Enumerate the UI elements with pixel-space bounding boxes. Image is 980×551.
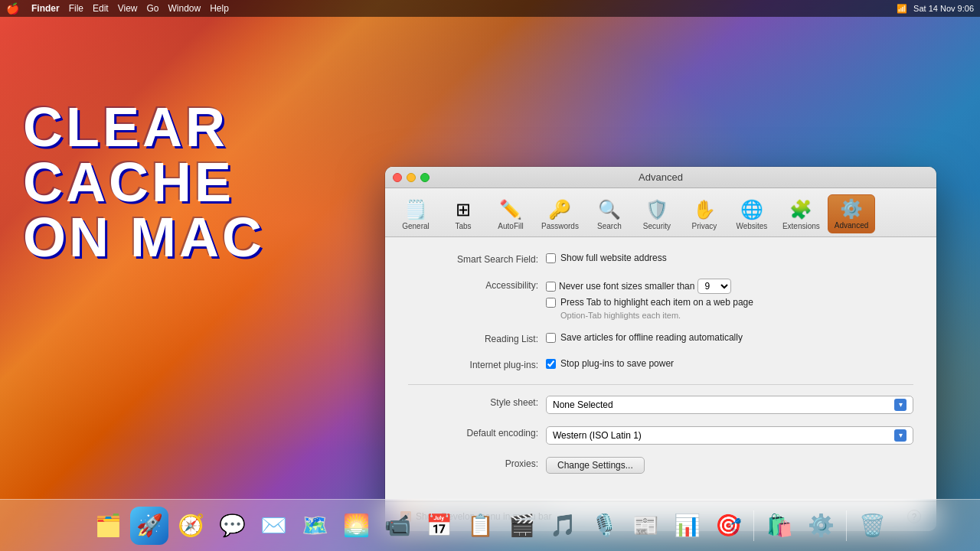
privacy-label: Privacy xyxy=(692,222,717,230)
internet-plugins-row: Internet plug-ins: Stop plug-ins to save… xyxy=(408,358,913,372)
encoding-control: Western (ISO Latin 1) ▾ xyxy=(546,426,913,445)
menubar-datetime: Sat 14 Nov 9:06 xyxy=(913,4,974,13)
title-line-3: ON MAC xyxy=(23,210,265,265)
menubar-window[interactable]: Window xyxy=(168,3,201,14)
menubar-wifi-icon: 📶 xyxy=(897,4,907,14)
tab-passwords[interactable]: 🔑 Passwords xyxy=(535,196,585,233)
smart-search-row: Smart Search Field: Show full website ad… xyxy=(408,253,913,266)
dock-maps[interactable]: 🗺️ xyxy=(296,507,334,545)
stylesheet-row: Style sheet: None Selected ▾ xyxy=(408,396,913,414)
advanced-label: Advanced xyxy=(835,221,868,230)
accessibility-tab-checkbox[interactable] xyxy=(546,298,556,308)
accessibility-fontsize-label: Never use font sizes smaller than xyxy=(559,281,694,292)
tabs-label: Tabs xyxy=(455,222,471,230)
search-icon: 🔍 xyxy=(598,199,621,220)
menubar-go[interactable]: Go xyxy=(147,3,159,14)
menubar-left: 🍎 Finder File Edit View Go Window Help xyxy=(6,2,229,15)
stylesheet-label: Style sheet: xyxy=(408,396,538,408)
toolbar: 🗒️ General ⊞ Tabs ✏️ AutoFill 🔑 Password… xyxy=(385,188,936,237)
security-label: Security xyxy=(643,222,671,230)
internet-plugins-checkbox[interactable] xyxy=(546,359,556,369)
passwords-label: Passwords xyxy=(541,222,579,230)
dock-mail[interactable]: ✉️ xyxy=(254,507,292,545)
prefs-content: Smart Search Field: Show full website ad… xyxy=(385,237,936,501)
stylesheet-value: None Selected xyxy=(553,399,613,410)
menubar-edit[interactable]: Edit xyxy=(93,3,109,14)
dock-appstore[interactable]: 🛍️ xyxy=(760,507,799,545)
extensions-label: Extensions xyxy=(782,222,820,230)
menubar-file[interactable]: File xyxy=(69,3,83,14)
privacy-icon: ✋ xyxy=(693,199,716,220)
smart-search-checkbox[interactable] xyxy=(546,253,556,263)
dock-appletv[interactable]: 🎬 xyxy=(502,507,541,545)
stylesheet-dropdown[interactable]: None Selected ▾ xyxy=(546,396,913,414)
proxies-row: Proxies: Change Settings... xyxy=(408,457,913,474)
accessibility-fontsize-checkbox[interactable] xyxy=(546,282,556,292)
dock-facetime[interactable]: 📹 xyxy=(378,507,416,545)
general-icon: 🗒️ xyxy=(404,199,427,220)
apple-menu[interactable]: 🍎 xyxy=(6,2,19,15)
tab-search[interactable]: 🔍 Search xyxy=(586,196,632,233)
dock-numbers[interactable]: 📊 xyxy=(668,507,706,545)
separator-1 xyxy=(408,384,913,385)
dock-trash[interactable]: 🗑️ xyxy=(853,507,891,545)
stylesheet-dropdown-arrow: ▾ xyxy=(894,399,906,411)
internet-plugins-control: Stop plug-ins to save power xyxy=(546,358,913,372)
websites-label: Websites xyxy=(736,222,767,230)
accessibility-label: Accessibility: xyxy=(408,279,538,291)
maximize-button[interactable] xyxy=(420,173,430,182)
tab-privacy[interactable]: ✋ Privacy xyxy=(681,196,727,233)
accessibility-hint: Option-Tab highlights each item. xyxy=(560,311,913,320)
dock-reminders[interactable]: 📋 xyxy=(461,507,499,545)
title-bar: Advanced xyxy=(385,167,936,188)
accessibility-row: Accessibility: Never use font sizes smal… xyxy=(408,279,913,320)
smart-search-checkbox-row: Show full website address xyxy=(546,253,913,263)
tab-autofill[interactable]: ✏️ AutoFill xyxy=(488,196,534,233)
tab-tabs[interactable]: ⊞ Tabs xyxy=(440,196,486,233)
dock-news[interactable]: 📰 xyxy=(626,507,665,545)
font-size-select[interactable]: 9 10 11 12 xyxy=(697,279,731,294)
menubar-view[interactable]: View xyxy=(118,3,138,14)
accessibility-tab-label: Press Tab to highlight each item on a we… xyxy=(560,297,753,308)
encoding-label: Default encoding: xyxy=(408,426,538,439)
menubar-help[interactable]: Help xyxy=(210,3,229,14)
tabs-icon: ⊞ xyxy=(456,199,471,220)
reading-list-control: Save articles for offline reading automa… xyxy=(546,332,913,346)
tab-security[interactable]: 🛡️ Security xyxy=(634,196,680,233)
menubar: 🍎 Finder File Edit View Go Window Help 📶… xyxy=(0,0,980,17)
dock: 🗂️ 🚀 🧭 💬 ✉️ 🗺️ 🌅 📹 📅 📋 🎬 🎵 🎙️ 📰 📊 🎯 🛍️ ⚙… xyxy=(0,499,980,551)
tab-general[interactable]: 🗒️ General xyxy=(393,196,439,233)
close-button[interactable] xyxy=(393,173,402,182)
dock-systemprefs[interactable]: ⚙️ xyxy=(802,507,840,545)
dock-messages[interactable]: 💬 xyxy=(213,507,251,545)
encoding-dropdown-arrow: ▾ xyxy=(894,429,906,442)
dock-launchpad[interactable]: 🚀 xyxy=(130,507,168,545)
dock-podcasts[interactable]: 🎙️ xyxy=(585,507,623,545)
minimize-button[interactable] xyxy=(407,173,416,182)
accessibility-tab-row: Press Tab to highlight each item on a we… xyxy=(546,297,913,308)
accessibility-fontsize-row: Never use font sizes smaller than 9 10 1… xyxy=(546,279,913,294)
dock-safari[interactable]: 🧭 xyxy=(172,507,210,545)
dock-music[interactable]: 🎵 xyxy=(544,507,582,545)
tab-advanced[interactable]: ⚙️ Advanced xyxy=(828,194,875,233)
websites-icon: 🌐 xyxy=(740,199,763,220)
tab-websites[interactable]: 🌐 Websites xyxy=(729,196,775,233)
proxies-control: Change Settings... xyxy=(546,457,913,474)
title-overlay: CLEAR CACHE ON MAC xyxy=(23,99,265,265)
reading-list-checkbox[interactable] xyxy=(546,333,556,343)
encoding-dropdown[interactable]: Western (ISO Latin 1) ▾ xyxy=(546,426,913,445)
dock-photos[interactable]: 🌅 xyxy=(337,507,375,545)
menubar-finder[interactable]: Finder xyxy=(31,3,60,14)
window-title: Advanced xyxy=(639,171,683,183)
dock-calendar[interactable]: 📅 xyxy=(420,507,458,545)
extensions-icon: 🧩 xyxy=(789,199,812,220)
dock-keynote[interactable]: 🎯 xyxy=(709,507,747,545)
proxies-button[interactable]: Change Settings... xyxy=(546,457,645,474)
internet-plugins-checkbox-label: Stop plug-ins to save power xyxy=(560,358,674,369)
dock-finder[interactable]: 🗂️ xyxy=(89,507,127,545)
tab-extensions[interactable]: 🧩 Extensions xyxy=(776,196,826,233)
preferences-window: Advanced 🗒️ General ⊞ Tabs ✏️ AutoFill 🔑… xyxy=(385,167,936,531)
reading-list-label: Reading List: xyxy=(408,332,538,344)
internet-plugins-label: Internet plug-ins: xyxy=(408,358,538,370)
encoding-row: Default encoding: Western (ISO Latin 1) … xyxy=(408,426,913,445)
